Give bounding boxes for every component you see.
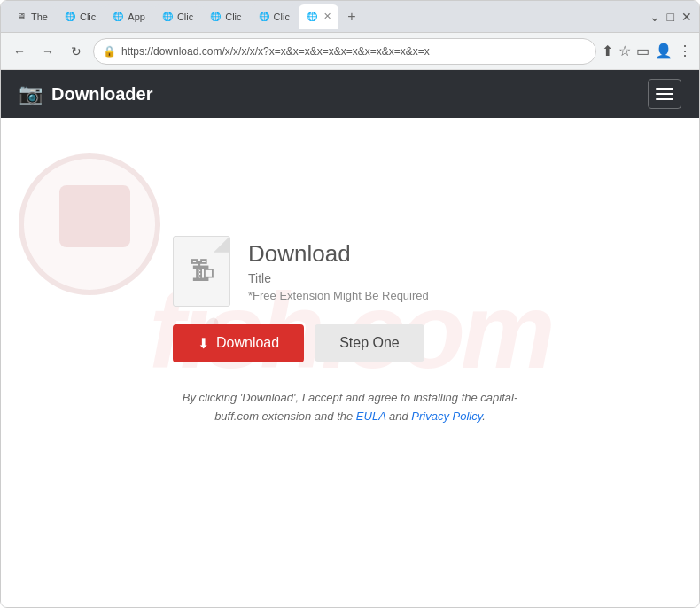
magnifier-circle bbox=[19, 153, 160, 295]
main-area: fish.com 🗜 Download Title *Free Extensio… bbox=[1, 118, 699, 543]
toggle-bar-3 bbox=[656, 98, 673, 100]
tab-5-favicon: 🌐 bbox=[209, 11, 222, 23]
file-zip-icon: 🗜 bbox=[190, 256, 214, 285]
site-navbar: 📷 Downloader bbox=[1, 70, 699, 118]
new-tab-button[interactable]: + bbox=[340, 5, 363, 28]
toggle-bar-1 bbox=[656, 88, 673, 90]
disclaimer-text-after: . bbox=[482, 409, 486, 423]
download-btn-label: Download bbox=[216, 335, 279, 351]
sidebar-icon[interactable]: ▭ bbox=[636, 43, 649, 59]
address-right-icons: ⬆ ☆ ▭ 👤 ⋮ bbox=[602, 43, 692, 59]
minimize-icon[interactable]: ⌄ bbox=[649, 11, 660, 23]
window-controls: ⌄ □ ✕ bbox=[649, 11, 692, 23]
disclaimer-text-middle: and bbox=[385, 409, 411, 423]
magnifier-watermark bbox=[19, 153, 196, 331]
tab-3-label: App bbox=[128, 12, 145, 22]
url-text: https://download.com/x/x/x/x/x?x=x&x=x&x… bbox=[121, 45, 430, 58]
tab-active-favicon: 🌐 bbox=[306, 11, 318, 23]
browser-window: 🖥 The 🌐 Clic 🌐 App 🌐 Clic 🌐 Clic 🌐 C bbox=[0, 0, 700, 608]
step-one-button[interactable]: Step One bbox=[315, 324, 424, 362]
page-content: 📷 Downloader fish.com bbox=[1, 70, 699, 607]
brand-camera-icon: 📷 bbox=[19, 82, 43, 105]
tab-4[interactable]: 🌐 Clic bbox=[154, 4, 200, 29]
privacy-policy-link[interactable]: Privacy Policy bbox=[411, 409, 482, 423]
download-button[interactable]: ⬇ Download bbox=[173, 324, 304, 362]
tab-close-icon[interactable]: ✕ bbox=[323, 11, 331, 22]
tab-6-label: Clic bbox=[274, 12, 290, 22]
share-icon[interactable]: ⬆ bbox=[602, 43, 613, 59]
tab-2[interactable]: 🌐 Clic bbox=[57, 4, 103, 29]
address-bar: ← → ↻ 🔒 https://download.com/x/x/x/x/x?x… bbox=[1, 33, 699, 70]
profile-icon[interactable]: 👤 bbox=[655, 43, 673, 59]
download-heading: Download bbox=[248, 240, 429, 268]
card-note: *Free Extension Might Be Required bbox=[248, 289, 429, 302]
url-bar[interactable]: 🔒 https://download.com/x/x/x/x/x?x=x&x=x… bbox=[93, 38, 596, 65]
download-card: 🗜 Download Title *Free Extension Might B… bbox=[173, 236, 527, 426]
tab-5-label: Clic bbox=[225, 12, 241, 22]
disclaimer: By clicking 'Download', I accept and agr… bbox=[173, 389, 527, 426]
toggle-bar-2 bbox=[656, 93, 673, 95]
bookmark-icon[interactable]: ☆ bbox=[618, 43, 631, 59]
lock-icon: 🔒 bbox=[103, 45, 116, 58]
step-btn-label: Step One bbox=[339, 335, 400, 350]
navbar-toggle-button[interactable] bbox=[648, 79, 681, 109]
tab-5[interactable]: 🌐 Clic bbox=[202, 4, 248, 29]
close-icon[interactable]: ✕ bbox=[681, 11, 692, 23]
refresh-button[interactable]: ↻ bbox=[65, 40, 88, 63]
tab-2-label: Clic bbox=[80, 12, 96, 22]
back-button[interactable]: ← bbox=[8, 40, 31, 63]
title-bar: 🖥 The 🌐 Clic 🌐 App 🌐 Clic 🌐 Clic 🌐 C bbox=[1, 1, 699, 33]
brand-name: Downloader bbox=[51, 84, 152, 105]
download-arrow-icon: ⬇ bbox=[198, 335, 209, 352]
card-subtitle: Title bbox=[248, 271, 429, 285]
tab-bar: 🖥 The 🌐 Clic 🌐 App 🌐 Clic 🌐 Clic 🌐 C bbox=[8, 4, 639, 29]
card-header: 🗜 Download Title *Free Extension Might B… bbox=[173, 236, 429, 307]
forward-button[interactable]: → bbox=[36, 40, 59, 63]
tab-6-favicon: 🌐 bbox=[258, 11, 270, 23]
tab-4-favicon: 🌐 bbox=[161, 11, 174, 23]
tab-1-favicon: 🖥 bbox=[15, 11, 27, 23]
tab-2-favicon: 🌐 bbox=[64, 11, 76, 23]
menu-icon[interactable]: ⋮ bbox=[678, 43, 692, 59]
tab-6[interactable]: 🌐 Clic bbox=[251, 4, 297, 29]
tab-active[interactable]: 🌐 ✕ bbox=[299, 4, 338, 29]
card-buttons: ⬇ Download Step One bbox=[173, 324, 424, 362]
card-info: Download Title *Free Extension Might Be … bbox=[248, 240, 429, 302]
tab-1[interactable]: 🖥 The bbox=[8, 4, 55, 29]
eula-link[interactable]: EULA bbox=[356, 409, 385, 423]
file-icon-wrap: 🗜 bbox=[173, 236, 230, 307]
site-brand: 📷 Downloader bbox=[19, 82, 152, 105]
tab-1-label: The bbox=[31, 12, 48, 22]
magnifier-inner bbox=[59, 185, 130, 247]
tab-3[interactable]: 🌐 App bbox=[105, 4, 152, 29]
tab-4-label: Clic bbox=[177, 12, 193, 22]
tab-3-favicon: 🌐 bbox=[112, 11, 124, 23]
maximize-icon[interactable]: □ bbox=[667, 11, 674, 23]
